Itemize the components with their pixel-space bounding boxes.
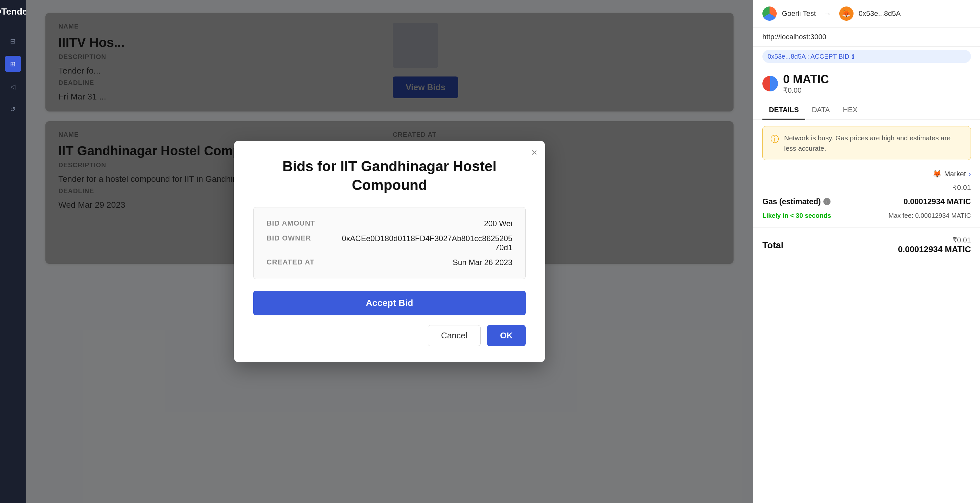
gas-inr: ₹0.01 [753,181,980,194]
metamask-url: http://localhost:3000 [753,27,980,47]
sidebar: DTender ⊟ ⊞ ◁ ↺ [0,0,26,503]
modal-overlay: × Bids for IIT Gandhinagar Hostel Compou… [26,0,753,503]
refresh-icon: ↺ [10,105,16,113]
metamask-fox-logo: 🦊 [839,6,854,21]
bid-created-row: CREATED AT Sun Mar 26 2023 [267,258,512,267]
sidebar-item-refresh[interactable]: ↺ [5,101,21,117]
metamask-address: 0x53e...8d5A [859,10,901,18]
balance-block: 0 MATIC ₹0.00 [783,73,829,95]
metamask-panel: Goerli Test → 🦊 0x53e...8d5A http://loca… [753,0,980,503]
tab-details[interactable]: DETAILS [762,101,805,120]
dialog-actions: Cancel OK [253,325,526,346]
metamask-warning: ⓘ Network is busy. Gas prices are high a… [762,126,971,160]
total-matic: 0.00012934 MATIC [898,244,971,254]
metamask-badge: 0x53e...8d5A : ACCEPT BID ℹ [762,50,971,63]
gas-label-text: Gas (estimated) [762,197,821,206]
bid-amount-row: BID AMOUNT 200 Wei [267,219,512,228]
total-values: ₹0.01 0.00012934 MATIC [898,236,971,254]
bid-details-box: BID AMOUNT 200 Wei BID OWNER 0xACEe0D180… [253,207,526,279]
sidebar-item-notification[interactable]: ◁ [5,78,21,95]
gas-info-icon: i [823,198,830,205]
account-logo [762,6,777,21]
metamask-tabs: DETAILS DATA HEX [753,101,980,120]
sidebar-item-document[interactable]: ⊞ [5,56,21,72]
cancel-button[interactable]: Cancel [428,325,480,346]
total-inr: ₹0.01 [898,236,971,244]
gas-row: Gas (estimated) i 0.00012934 MATIC [753,194,980,209]
max-fee-value: 0.00012934 MATIC [915,212,971,219]
max-fee: Max fee: 0.00012934 MATIC [889,212,971,219]
bid-owner-row: BID OWNER 0xACEe0D180d0118FD4F3027Ab801c… [267,234,512,252]
bid-amount-value: 200 Wei [484,219,512,228]
bid-created-value: Sun Mar 26 2023 [453,258,512,267]
metamask-balance-area: 0 MATIC ₹0.00 [753,66,980,101]
tab-hex[interactable]: HEX [836,101,864,120]
accept-bid-button[interactable]: Accept Bid [253,291,526,315]
warning-text: Network is busy. Gas prices are high and… [784,133,963,153]
dialog-title: Bids for IIT Gandhinagar Hostel Compound [253,157,526,194]
balance-amount: 0 MATIC [783,73,829,86]
badge-text: 0x53e...8d5A : ACCEPT BID [768,53,849,60]
warning-icon: ⓘ [770,133,779,145]
total-label: Total [762,240,783,251]
bid-created-label: CREATED AT [267,258,338,267]
tab-data[interactable]: DATA [805,101,836,120]
monitor-icon: ⊟ [10,37,16,45]
gas-value: 0.00012934 MATIC [904,197,971,206]
bid-amount-label: BID AMOUNT [267,219,338,227]
document-icon: ⊞ [10,60,16,68]
market-link[interactable]: 🦊 Market › [753,167,980,181]
likely-row: Likely in < 30 seconds Max fee: 0.000129… [753,209,980,222]
badge-info-icon: ℹ [852,52,854,60]
ok-button[interactable]: OK [487,325,526,346]
bids-dialog: × Bids for IIT Gandhinagar Hostel Compou… [234,141,545,362]
main-content: NAME IIITV Hos... DESCRIPTION Tender fo.… [26,0,753,503]
total-row: Total ₹0.01 0.00012934 MATIC [753,233,980,258]
matic-icon [762,76,778,91]
gas-label: Gas (estimated) i [762,197,830,206]
max-fee-label: Max fee: [889,212,913,219]
market-fox-icon: 🦊 [933,170,942,178]
bid-owner-label: BID OWNER [267,234,338,243]
arrow-icon: → [824,9,832,18]
likely-time: Likely in < 30 seconds [762,212,831,219]
dialog-close-button[interactable]: × [531,147,537,157]
notification-icon: ◁ [10,83,15,90]
bid-owner-value: 0xACEe0D180d0118FD4F3027Ab801cc862520570… [338,234,512,252]
account-name: Goerli Test [782,10,816,18]
sidebar-item-monitor[interactable]: ⊟ [5,33,21,49]
market-arrow-icon: › [969,170,971,178]
balance-inr: ₹0.00 [783,86,829,95]
metamask-header: Goerli Test → 🦊 0x53e...8d5A [753,0,980,27]
market-text: Market [944,170,966,178]
